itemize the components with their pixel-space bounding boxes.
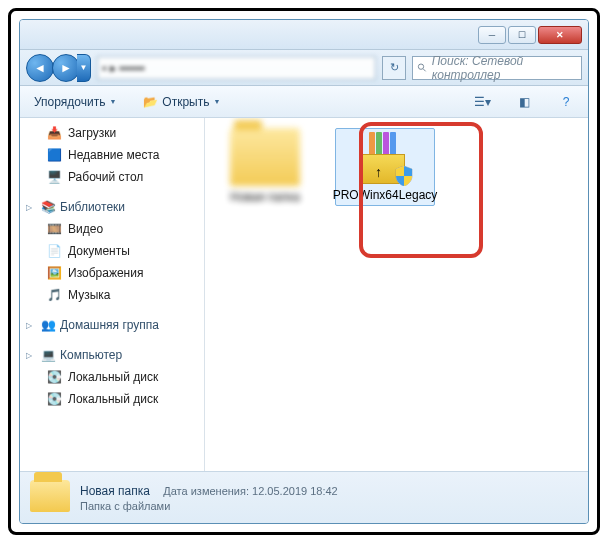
statusbar: Новая папка Дата изменения: 12.05.2019 1… [20,471,588,523]
svg-point-0 [418,64,423,69]
open-button[interactable]: 📂 Открыть▼ [136,92,226,112]
sidebar-item-downloads[interactable]: 📥Загрузки [20,122,204,144]
navbar: ◄ ► ▼ ▪ ▸ ▪▪▪▪▪▪ ↻ Поиск: Сетевой контро… [20,50,588,86]
pictures-icon: 🖼️ [46,265,62,281]
sidebar-item-music[interactable]: 🎵Музыка [20,284,204,306]
explorer-window: ─ ☐ ✕ ◄ ► ▼ ▪ ▸ ▪▪▪▪▪▪ ↻ Поиск: Сетевой … [19,19,589,524]
back-button[interactable]: ◄ [26,54,54,82]
maximize-button[interactable]: ☐ [508,26,536,44]
recent-icon: 🟦 [46,147,62,163]
file-label: Новая папка [230,190,300,204]
installer-icon: ↑ [355,132,415,184]
folder-open-icon: 📂 [142,94,158,110]
folder-icon [230,128,300,186]
folder-icon [30,480,70,516]
expand-icon: ▷ [26,351,36,360]
sidebar-item-pictures[interactable]: 🖼️Изображения [20,262,204,284]
search-input[interactable]: Поиск: Сетевой контроллер [412,56,582,80]
downloads-icon: 📥 [46,125,62,141]
address-bar[interactable]: ▪ ▸ ▪▪▪▪▪▪ [97,56,376,80]
minimize-button[interactable]: ─ [478,26,506,44]
preview-pane-button[interactable]: ◧ [510,90,538,114]
sidebar-computer-header[interactable]: ▷💻Компьютер [20,344,204,366]
sidebar-item-localdisk[interactable]: 💽Локальный диск [20,388,204,410]
forward-button[interactable]: ► [52,54,80,82]
sidebar-item-recent[interactable]: 🟦Недавние места [20,144,204,166]
installer-item[interactable]: ↑ PROWinx64Legacy [335,128,435,206]
status-modified-value: 12.05.2019 18:42 [252,485,338,497]
documents-icon: 📄 [46,243,62,259]
expand-icon: ▷ [26,203,36,212]
folder-item[interactable]: Новая папка [215,128,315,204]
disk-icon: 💽 [46,391,62,407]
sidebar: 📥Загрузки 🟦Недавние места 🖥️Рабочий стол… [20,118,205,471]
disk-icon: 💽 [46,369,62,385]
svg-line-1 [423,68,426,71]
music-icon: 🎵 [46,287,62,303]
video-icon: 🎞️ [46,221,62,237]
toolbar: Упорядочить▼ 📂 Открыть▼ ☰▾ ◧ ? [20,86,588,118]
organize-button[interactable]: Упорядочить▼ [28,93,122,111]
sidebar-item-desktop[interactable]: 🖥️Рабочий стол [20,166,204,188]
refresh-button[interactable]: ↻ [382,56,406,80]
sidebar-item-documents[interactable]: 📄Документы [20,240,204,262]
view-options-button[interactable]: ☰▾ [468,90,496,114]
search-icon [417,62,428,74]
close-button[interactable]: ✕ [538,26,582,44]
titlebar: ─ ☐ ✕ [20,20,588,50]
sidebar-item-localdisk[interactable]: 💽Локальный диск [20,366,204,388]
sidebar-homegroup-header[interactable]: ▷👥Домашняя группа [20,314,204,336]
status-modified-label: Дата изменения: [163,485,249,497]
sidebar-item-video[interactable]: 🎞️Видео [20,218,204,240]
status-name: Новая папка [80,484,150,498]
homegroup-icon: 👥 [40,317,56,333]
help-button[interactable]: ? [552,90,580,114]
uac-shield-icon [395,166,413,186]
sidebar-libraries-header[interactable]: ▷📚Библиотеки [20,196,204,218]
search-placeholder: Поиск: Сетевой контроллер [432,54,577,82]
expand-icon: ▷ [26,321,36,330]
libraries-icon: 📚 [40,199,56,215]
chevron-down-icon: ▼ [109,98,116,105]
file-pane[interactable]: Новая папка ↑ PROWinx64Legacy [205,118,588,471]
desktop-icon: 🖥️ [46,169,62,185]
computer-icon: 💻 [40,347,56,363]
status-type: Папка с файлами [80,500,338,512]
nav-history-dropdown[interactable]: ▼ [77,54,91,82]
file-label: PROWinx64Legacy [333,188,438,202]
chevron-down-icon: ▼ [214,98,221,105]
